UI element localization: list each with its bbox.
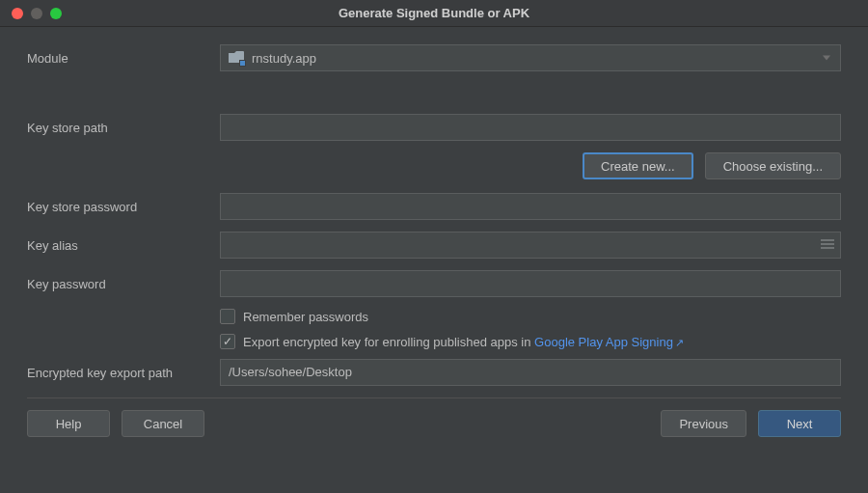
google-play-signing-link[interactable]: Google Play App Signing bbox=[534, 335, 673, 349]
export-path-label: Encrypted key export path bbox=[27, 366, 220, 380]
cancel-button[interactable]: Cancel bbox=[122, 410, 204, 437]
module-selected-value: rnstudy.app bbox=[252, 51, 316, 66]
module-icon bbox=[229, 51, 244, 65]
window-title: Generate Signed Bundle or APK bbox=[0, 6, 868, 20]
svg-rect-2 bbox=[821, 247, 834, 249]
minimize-icon bbox=[31, 8, 42, 19]
choose-existing-button[interactable]: Choose existing... bbox=[705, 152, 841, 179]
zoom-icon[interactable] bbox=[50, 8, 62, 19]
keystore-path-field[interactable] bbox=[220, 114, 841, 141]
keystore-password-label: Key store password bbox=[27, 200, 220, 214]
next-button[interactable]: Next bbox=[758, 410, 841, 437]
export-path-field[interactable] bbox=[220, 359, 841, 386]
browse-folder-icon[interactable] bbox=[820, 366, 835, 379]
chevron-down-icon bbox=[823, 56, 830, 61]
help-button[interactable]: Help bbox=[27, 410, 110, 437]
remember-passwords-label: Remember passwords bbox=[243, 310, 368, 324]
dialog-body: Module rnstudy.app Key store path Create… bbox=[0, 27, 868, 398]
module-label: Module bbox=[27, 51, 220, 66]
key-password-field[interactable] bbox=[220, 270, 841, 297]
keystore-password-field[interactable] bbox=[220, 193, 841, 220]
key-password-label: Key password bbox=[27, 277, 220, 291]
previous-button[interactable]: Previous bbox=[661, 410, 746, 437]
keystore-path-label: Key store path bbox=[27, 121, 220, 135]
svg-rect-0 bbox=[821, 239, 834, 241]
separator bbox=[27, 397, 841, 398]
window-controls bbox=[0, 8, 62, 19]
list-icon[interactable] bbox=[820, 238, 835, 252]
titlebar: Generate Signed Bundle or APK bbox=[0, 0, 868, 27]
create-new-button[interactable]: Create new... bbox=[583, 152, 693, 179]
export-encrypted-label: Export encrypted key for enrolling publi… bbox=[243, 335, 684, 349]
export-encrypted-text: Export encrypted key for enrolling publi… bbox=[243, 335, 534, 349]
key-alias-label: Key alias bbox=[27, 238, 220, 253]
module-select[interactable]: rnstudy.app bbox=[220, 44, 841, 71]
export-encrypted-checkbox[interactable] bbox=[220, 334, 235, 349]
dialog-footer: Help Cancel Previous Next bbox=[0, 410, 868, 452]
external-link-icon: ↗ bbox=[675, 337, 684, 348]
close-icon[interactable] bbox=[12, 8, 23, 19]
remember-passwords-checkbox[interactable] bbox=[220, 309, 235, 324]
svg-rect-1 bbox=[821, 243, 834, 245]
key-alias-field[interactable] bbox=[220, 232, 841, 259]
